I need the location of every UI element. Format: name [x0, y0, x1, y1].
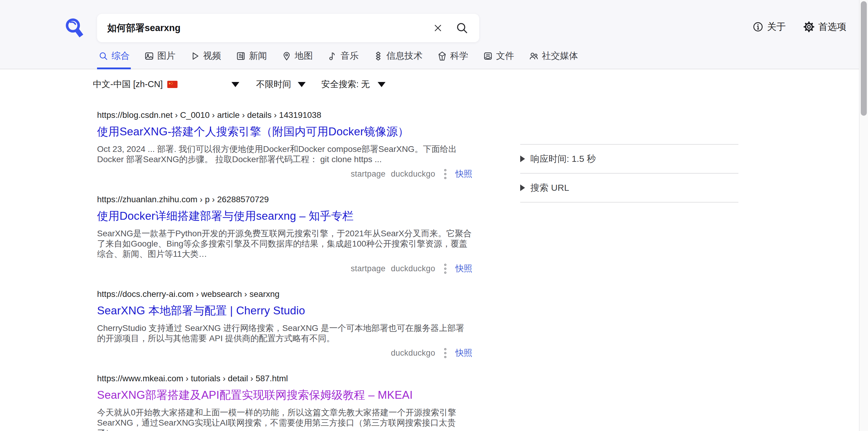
result-footer: duckduckgo 快照	[97, 347, 472, 359]
result-url[interactable]: https://docs.cherry-ai.com › websearch ›…	[97, 289, 472, 299]
tab-science[interactable]: 科学	[436, 50, 470, 69]
search-input[interactable]	[107, 23, 433, 33]
info-sidebar: 响应时间: 1.5 秒 搜索 URL	[520, 144, 738, 203]
result-url[interactable]: https://blog.csdn.net › C_0010 › article…	[97, 110, 472, 120]
safesearch-value: 安全搜索: 无	[321, 79, 370, 90]
tab-label: 视频	[203, 50, 221, 62]
clear-search-button[interactable]	[433, 23, 443, 33]
newspaper-icon	[236, 51, 246, 61]
about-link[interactable]: 关于	[752, 21, 786, 33]
result-snippet: 今天就从0开始教大家搭建和上面一模一样的功能，所以这篇文章先教大家搭建一个开源搜…	[97, 407, 472, 431]
search-icon	[455, 21, 469, 35]
results-list: https://blog.csdn.net › C_0010 › article…	[97, 110, 472, 431]
tab-files[interactable]: 文件	[482, 50, 516, 69]
result-title[interactable]: 使用SearXNG-搭建个人搜索引擎（附国内可用Docker镜像源）	[97, 124, 472, 139]
header-utility-nav: 关于 首选项	[752, 21, 846, 33]
result-footer: startpage duckduckgo 快照	[97, 168, 472, 180]
safesearch-select[interactable]: 安全搜索: 无	[321, 79, 385, 90]
search-result-4: https://www.mkeai.com › tutorials › deta…	[97, 374, 472, 431]
tab-label: 音乐	[341, 50, 359, 62]
searxng-logo-icon	[63, 16, 85, 41]
gear-icon	[803, 21, 815, 33]
preferences-label: 首选项	[818, 21, 846, 33]
search-filters: 中文-中国 [zh-CN] 不限时间 安全搜索: 无	[93, 79, 868, 90]
chevron-down-icon	[231, 82, 239, 87]
music-note-icon	[327, 51, 338, 61]
china-flag-icon	[167, 81, 178, 88]
search-result-2: https://zhuanlan.zhihu.com › p › 2628857…	[97, 195, 472, 274]
result-title[interactable]: SearXNG 本地部署与配置 | Cherry Studio	[97, 303, 472, 318]
divider	[520, 202, 738, 203]
more-options-icon[interactable]	[444, 263, 447, 274]
main-content: https://blog.csdn.net › C_0010 › article…	[0, 110, 868, 431]
result-snippet: Oct 23, 2024 ... 部署. 我们可以很方便地使用Docker和Do…	[97, 144, 472, 164]
more-options-icon[interactable]	[444, 168, 447, 180]
cached-link[interactable]: 快照	[456, 347, 472, 359]
tab-label: 文件	[496, 50, 514, 62]
result-title-visited[interactable]: SearXNG部署搭建及API配置实现联网搜索保姆级教程 – MKEAI	[97, 388, 472, 403]
time-range-select[interactable]: 不限时间	[256, 79, 306, 90]
close-icon	[433, 23, 443, 33]
scrollbar-thumb[interactable]	[861, 1, 867, 116]
tab-music[interactable]: 音乐	[326, 50, 360, 69]
result-snippet: CherryStudio 支持通过 SearXNG 进行网络搜索，SearXNG…	[97, 323, 472, 344]
map-pin-icon	[281, 51, 292, 61]
search-submit-button[interactable]	[455, 21, 469, 35]
tab-general[interactable]: 综合	[97, 50, 131, 69]
search-result-1: https://blog.csdn.net › C_0010 › article…	[97, 110, 472, 180]
tab-label: 科学	[450, 50, 468, 62]
play-icon	[190, 51, 200, 61]
people-icon	[529, 51, 539, 61]
page-scrollbar[interactable]	[859, 0, 868, 431]
search-result-3: https://docs.cherry-ai.com › websearch ›…	[97, 289, 472, 359]
tab-label: 社交媒体	[542, 50, 578, 62]
result-engines: duckduckgo	[391, 348, 435, 358]
file-tray-icon	[483, 51, 493, 61]
tab-label: 新闻	[249, 50, 267, 62]
layers-icon	[373, 51, 383, 61]
cached-link[interactable]: 快照	[456, 168, 472, 180]
tab-label: 综合	[112, 50, 130, 62]
result-snippet: SearXNG是一款基于Python开发的开源免费互联网元搜索引擎，于2021年…	[97, 228, 472, 259]
result-url[interactable]: https://www.mkeai.com › tutorials › deta…	[97, 374, 472, 383]
response-time-label: 响应时间: 1.5 秒	[530, 153, 596, 165]
category-tabs: 综合 图片 视频 新闻 地图	[97, 50, 579, 69]
time-range-value: 不限时间	[256, 79, 291, 90]
response-time-toggle[interactable]: 响应时间: 1.5 秒	[520, 145, 738, 173]
more-options-icon[interactable]	[444, 347, 447, 359]
site-header: 关于 首选项 综合 图片	[0, 0, 868, 69]
cube-icon	[437, 51, 447, 61]
language-select[interactable]: 中文-中国 [zh-CN]	[93, 79, 239, 90]
tab-it[interactable]: 信息技术	[372, 50, 424, 69]
search-url-label: 搜索 URL	[530, 182, 569, 194]
tab-videos[interactable]: 视频	[189, 50, 222, 69]
tab-images[interactable]: 图片	[143, 50, 177, 69]
tab-news[interactable]: 新闻	[235, 50, 268, 69]
chevron-down-icon	[378, 82, 385, 87]
tab-map[interactable]: 地图	[280, 50, 314, 69]
tab-social[interactable]: 社交媒体	[527, 50, 579, 69]
result-title[interactable]: 使用Docker详细搭建部署与使用searxng – 知乎专栏	[97, 209, 472, 224]
result-url[interactable]: https://zhuanlan.zhihu.com › p › 2628857…	[97, 195, 472, 204]
preferences-link[interactable]: 首选项	[803, 21, 846, 33]
chevron-down-icon	[298, 82, 306, 87]
tab-label: 信息技术	[386, 50, 423, 62]
result-engines: startpage duckduckgo	[351, 170, 435, 179]
search-category-icon	[98, 51, 108, 61]
result-engines: startpage duckduckgo	[351, 264, 435, 273]
tab-label: 地图	[295, 50, 313, 62]
chevron-right-icon	[520, 184, 525, 191]
cached-link[interactable]: 快照	[456, 263, 472, 274]
language-value: 中文-中国 [zh-CN]	[93, 79, 163, 90]
result-footer: startpage duckduckgo 快照	[97, 263, 472, 274]
tab-label: 图片	[157, 50, 176, 62]
chevron-right-icon	[520, 156, 525, 162]
about-label: 关于	[767, 21, 786, 33]
search-form	[97, 14, 479, 42]
info-icon	[752, 22, 764, 32]
image-icon	[144, 51, 154, 61]
search-url-toggle[interactable]: 搜索 URL	[520, 174, 738, 202]
